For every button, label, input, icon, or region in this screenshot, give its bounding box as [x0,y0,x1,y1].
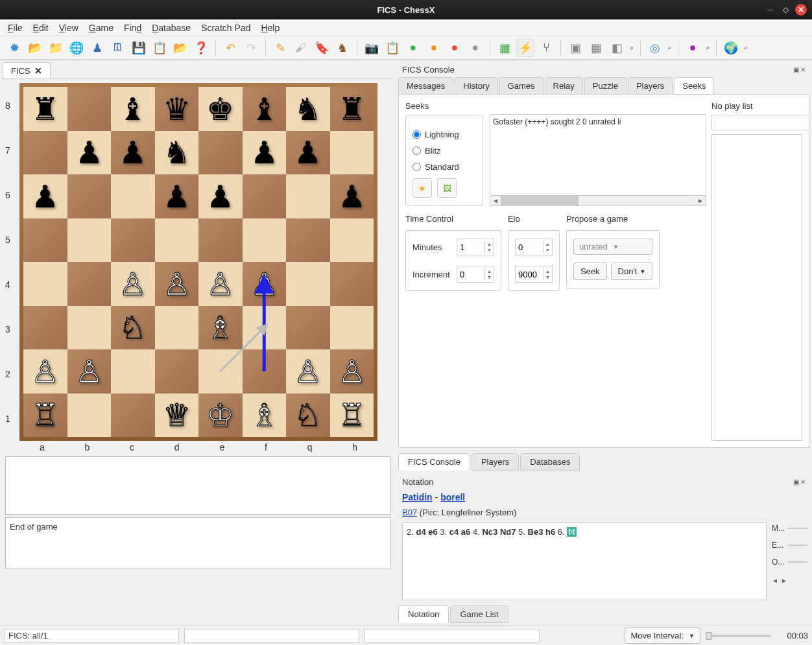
open-folder-icon[interactable]: 📂 [26,39,44,57]
square-c7[interactable]: ♟ [111,131,155,175]
square-e7[interactable] [198,131,243,175]
fics-tab-players[interactable]: Players [628,77,673,94]
fics-tab-messages[interactable]: Messages [398,77,453,94]
hscroll-right-icon[interactable]: ► [781,577,787,584]
piece-wn[interactable]: ♘ [119,309,147,346]
square-f2[interactable] [243,349,287,393]
target-icon[interactable]: ◎ [646,39,664,57]
square-d8[interactable]: ♛ [155,87,199,131]
board1-icon[interactable]: ▣ [566,39,584,57]
square-e3[interactable]: ♗ [198,306,243,350]
square-f7[interactable]: ♟ [243,131,287,175]
bottomtab-gamelist[interactable]: Game List [450,605,508,623]
square-c6[interactable] [111,174,155,218]
piece-wr[interactable]: ♖ [31,397,59,433]
square-e6[interactable]: ♟ [198,174,243,218]
piece-wp[interactable]: ♙ [31,353,59,390]
square-d3[interactable] [155,306,199,350]
green-circle-icon[interactable]: ● [404,39,422,57]
seek-option-standard[interactable]: Standard [412,162,476,172]
square-f4[interactable]: ♙ [243,262,287,306]
menu-edit[interactable]: Edit [33,23,49,33]
square-a2[interactable]: ♙ [23,349,67,393]
square-f8[interactable]: ♝ [243,87,287,131]
menu-database[interactable]: Database [152,23,191,33]
square-b8[interactable] [67,87,112,131]
slider-m[interactable] [787,528,808,529]
piece-wp[interactable]: ♙ [338,353,366,390]
orange-circle-icon[interactable]: ● [425,39,443,57]
square-a4[interactable] [23,262,67,306]
piece-wp[interactable]: ♙ [294,353,322,390]
piece-bq[interactable]: ♛ [163,91,191,127]
fics-tab-relay[interactable]: Relay [545,77,583,94]
square-e1[interactable]: ♔ [198,393,243,438]
elo-min-spinner[interactable]: ▲▼ [515,239,553,255]
elo-min-input[interactable] [516,242,543,252]
toolbar-more-3[interactable]: » [704,44,711,51]
fics-folder-icon[interactable]: 📁 [47,39,65,57]
piece-bn[interactable]: ♞ [163,134,191,170]
subtab-databases[interactable]: Databases [520,453,580,471]
square-g2[interactable]: ♙ [286,349,330,393]
square-b1[interactable] [67,393,112,438]
tab-fics-close-icon[interactable]: ✕ [34,65,42,76]
square-a5[interactable] [23,218,67,263]
tag-icon[interactable]: 🔖 [313,39,331,57]
piece-bp[interactable]: ♟ [75,134,103,170]
square-b4[interactable] [67,262,112,306]
square-a7[interactable] [23,131,67,175]
slider-o[interactable] [787,561,808,563]
toolbar-more-4[interactable]: » [743,44,749,51]
minutes-input[interactable] [457,242,484,252]
piece-wp[interactable]: ♙ [75,353,103,390]
brush-icon[interactable]: 🖌 [292,39,310,57]
square-d6[interactable]: ♟ [155,174,199,218]
piece-bp[interactable]: ♟ [338,178,366,215]
piece-bb[interactable]: ♝ [119,91,147,127]
square-d5[interactable] [155,218,199,263]
redo-icon[interactable]: ↷ [242,39,260,57]
panel-close-icon[interactable]: ✕ [800,66,806,73]
dont-button[interactable]: Don't▼ [611,263,653,280]
piece-wb[interactable]: ♗ [250,397,278,433]
square-c1[interactable] [111,393,155,438]
piece-br[interactable]: ♜ [31,91,59,127]
square-d2[interactable] [155,349,199,393]
square-c3[interactable]: ♘ [111,306,155,350]
folder2-icon[interactable]: 📂 [171,39,189,57]
square-h8[interactable]: ♜ [330,87,374,131]
minimize-button[interactable]: ─ [764,4,776,16]
black-player-link[interactable]: borell [440,492,465,502]
piece-br[interactable]: ♜ [338,91,366,127]
piece-wq[interactable]: ♕ [163,397,191,433]
copy-icon[interactable]: 📋 [150,39,169,57]
grid-green-icon[interactable]: ▦ [496,39,514,57]
piece-bp[interactable]: ♟ [31,178,59,215]
scroll-left-icon[interactable]: ◄ [490,196,501,205]
square-b2[interactable]: ♙ [67,349,112,393]
close-button[interactable]: ✕ [795,4,807,16]
square-f6[interactable] [243,174,287,218]
square-h4[interactable] [330,262,374,306]
red-circle-icon[interactable]: ● [446,39,464,57]
minutes-spinner[interactable]: ▲▼ [457,239,494,255]
camera-icon[interactable]: 📷 [363,39,381,57]
gray-circle-icon[interactable]: ● [466,39,484,57]
eco-link[interactable]: B07 [402,508,417,517]
seek-button[interactable]: Seek [573,263,607,280]
menu-file[interactable]: File [8,23,23,33]
square-e8[interactable]: ♚ [198,87,243,131]
piece-wr[interactable]: ♖ [338,397,366,433]
fics-tab-games[interactable]: Games [499,77,543,94]
increment-input[interactable] [457,270,484,279]
rated-combo[interactable]: unrated▼ [573,239,653,255]
scrollbar-thumb[interactable] [501,196,579,205]
seeks-listbox[interactable]: Gofaster (++++) sought 2 0 unrated li ◄ … [490,114,706,206]
star-icon[interactable]: ★ [412,178,432,198]
square-g5[interactable] [286,218,330,263]
piece-wk[interactable]: ♔ [206,397,234,433]
square-g4[interactable] [286,262,330,306]
square-a3[interactable] [23,306,67,350]
seek-option-lightning[interactable]: Lightning [412,130,476,139]
